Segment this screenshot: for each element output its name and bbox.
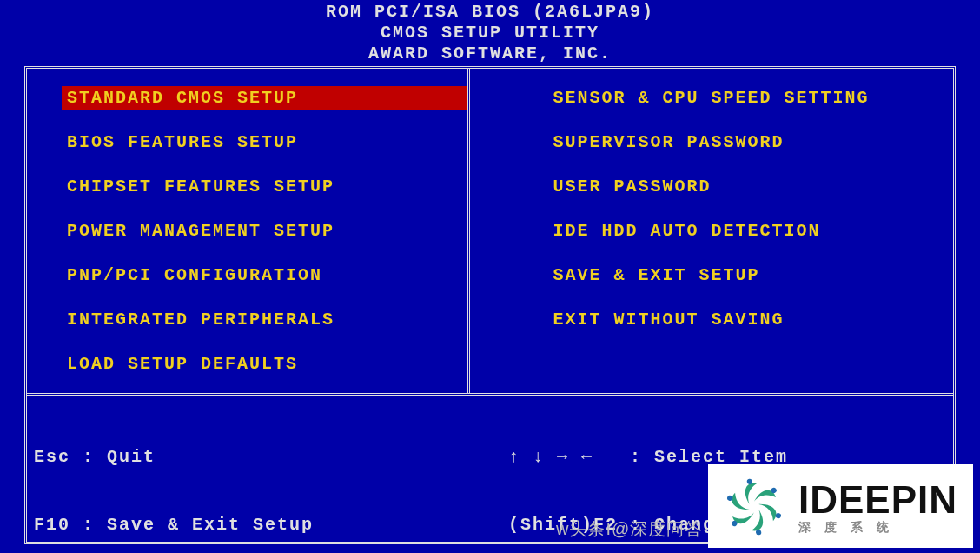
menu-item-ide-hdd-auto-detection[interactable]: IDE HDD AUTO DETECTION — [548, 219, 954, 243]
watermark-text: IDEEPIN 深 度 系 统 — [798, 481, 957, 533]
menu-item-chipset-features-setup[interactable]: CHIPSET FEATURES SETUP — [62, 175, 467, 198]
menu-item-integrated-peripherals[interactable]: INTEGRATED PERIPHERALS — [62, 308, 467, 331]
key-hints-left: Esc : Quit F10 : Save & Exit Setup — [34, 401, 508, 553]
header-line-3: AWARD SOFTWARE, INC. — [0, 43, 980, 64]
menu-item-standard-cmos-setup[interactable]: STANDARD CMOS SETUP — [62, 86, 467, 110]
menu-item-sensor-cpu-speed-setting[interactable]: SENSOR & CPU SPEED SETTING — [548, 86, 954, 110]
menu-item-bios-features-setup[interactable]: BIOS FEATURES SETUP — [62, 130, 467, 154]
menu-column-left: STANDARD CMOS SETUP BIOS FEATURES SETUP … — [27, 69, 467, 393]
overlay-source-text: w头条I@深度问答 — [556, 517, 703, 541]
menu-item-save-exit-setup[interactable]: SAVE & EXIT SETUP — [548, 263, 954, 287]
menu-item-user-password[interactable]: USER PASSWORD — [548, 175, 954, 198]
hint-esc-quit: Esc : Quit — [34, 446, 508, 469]
menu-item-power-management-setup[interactable]: POWER MANAGEMENT SETUP — [62, 219, 467, 243]
menu-area: STANDARD CMOS SETUP BIOS FEATURES SETUP … — [27, 69, 953, 396]
watermark-subtitle: 深 度 系 统 — [798, 521, 957, 533]
watermark-logo-icon — [720, 473, 788, 541]
bios-header: ROM PCI/ISA BIOS (2A6LJPA9) CMOS SETUP U… — [0, 0, 980, 64]
header-line-2: CMOS SETUP UTILITY — [0, 23, 980, 43]
header-line-1: ROM PCI/ISA BIOS (2A6LJPA9) — [0, 2, 980, 23]
hint-f10-save-exit: F10 : Save & Exit Setup — [34, 514, 508, 536]
menu-item-load-setup-defaults[interactable]: LOAD SETUP DEFAULTS — [62, 352, 467, 376]
menu-column-right: SENSOR & CPU SPEED SETTING SUPERVISOR PA… — [467, 69, 954, 393]
watermark-title: IDEEPIN — [798, 481, 957, 519]
menu-item-pnp-pci-configuration[interactable]: PNP/PCI CONFIGURATION — [62, 263, 467, 287]
menu-item-supervisor-password[interactable]: SUPERVISOR PASSWORD — [548, 130, 954, 154]
menu-item-exit-without-saving[interactable]: EXIT WITHOUT SAVING — [548, 308, 954, 331]
watermark: IDEEPIN 深 度 系 统 — [708, 464, 973, 548]
